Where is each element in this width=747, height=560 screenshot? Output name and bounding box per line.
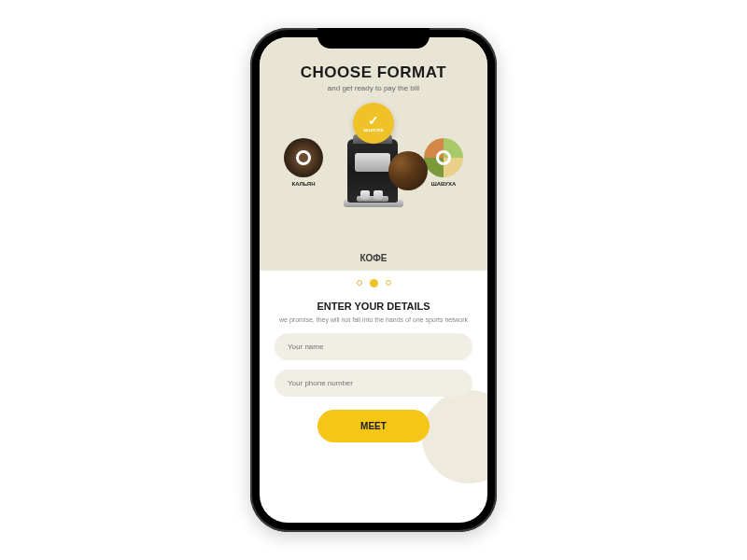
page-subtitle: and get ready to pay the bill: [271, 84, 476, 92]
phone-screen: CHOOSE FORMAT and get ready to pay the b…: [260, 37, 487, 523]
details-section: ENTER YOUR DETAILS we promise, they will…: [260, 287, 487, 456]
phone-notch: [317, 28, 430, 49]
format-option-hookah[interactable]: КАЛЬЯН: [281, 138, 326, 187]
carousel-dots: [260, 280, 487, 287]
format-label: ШАВУХА: [431, 181, 457, 187]
page-title: CHOOSE FORMAT: [271, 63, 476, 82]
coffee-machine-icon: [336, 134, 411, 215]
form-title: ENTER YOUR DETAILS: [275, 301, 472, 312]
carousel-dot[interactable]: [386, 280, 391, 286]
hookah-icon: [284, 138, 323, 177]
format-carousel[interactable]: КАЛЬЯН ✓ SELECTED: [271, 102, 476, 223]
ring-icon: [436, 150, 451, 165]
selected-badge: ✓ SELECTED: [353, 103, 394, 144]
name-input[interactable]: [275, 333, 472, 360]
ring-icon: [296, 150, 311, 165]
phone-input[interactable]: [275, 370, 472, 397]
form-subtitle: we promise, they will not fall into the …: [275, 315, 472, 325]
carousel-dot[interactable]: [357, 280, 362, 286]
format-option-shawarma[interactable]: ШАВУХА: [421, 138, 466, 187]
format-section: CHOOSE FORMAT and get ready to pay the b…: [260, 37, 487, 271]
check-icon: ✓: [368, 114, 379, 127]
phone-frame: CHOOSE FORMAT and get ready to pay the b…: [250, 28, 497, 532]
format-option-coffee[interactable]: ✓ SELECTED: [322, 110, 425, 215]
coffee-beans-icon: [388, 151, 428, 190]
carousel-dot-active[interactable]: [370, 279, 378, 287]
format-label: КАЛЬЯН: [291, 181, 315, 187]
badge-text: SELECTED: [363, 128, 383, 133]
selected-format-label: КОФЕ: [359, 253, 387, 263]
shawarma-icon: [424, 138, 463, 177]
meet-button[interactable]: MEET: [317, 410, 430, 442]
